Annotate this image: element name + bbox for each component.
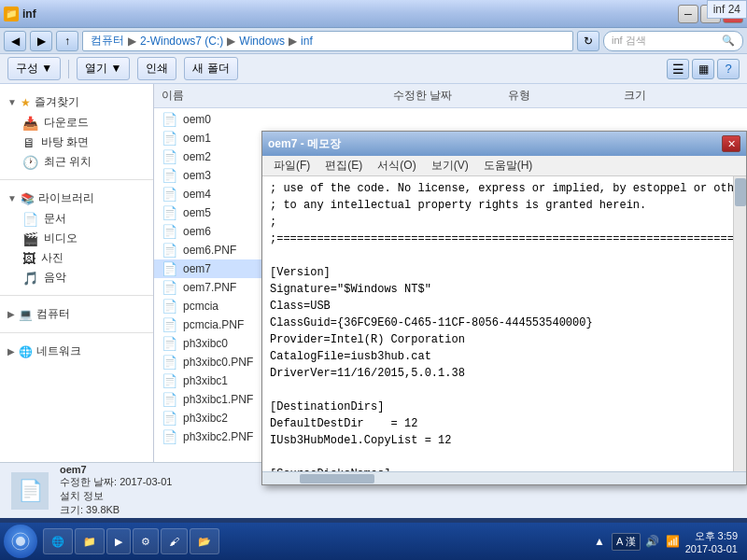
- help-button[interactable]: ?: [717, 59, 740, 79]
- nav-divider-1: [0, 179, 153, 180]
- settings-icon: ⚙: [141, 536, 150, 548]
- header-size[interactable]: 크기: [624, 88, 740, 104]
- start-button[interactable]: [4, 525, 37, 558]
- file-icon: 📄: [162, 336, 177, 351]
- notepad-menu: 파일(F) 편집(E) 서식(O) 보기(V) 도움말(H): [262, 156, 746, 176]
- minimize-button[interactable]: ─: [678, 5, 698, 23]
- documents-label: 문서: [44, 211, 66, 227]
- file-icon: 📄: [162, 392, 177, 407]
- header-type[interactable]: 유형: [508, 88, 624, 104]
- notepad-title-bar: oem7 - 메모장 ✕: [262, 132, 746, 156]
- vscroll-thumb[interactable]: [735, 178, 746, 206]
- organize-button[interactable]: 구성 ▼: [7, 57, 61, 80]
- music-label: 음악: [44, 270, 66, 286]
- nav-divider-3: [0, 332, 153, 333]
- file-icon: 📄: [162, 373, 177, 388]
- file-name: oem0: [183, 113, 393, 126]
- tray-network-icon[interactable]: 📶: [665, 533, 682, 550]
- status-info: oem7 수정한 날짜: 2017-03-01 설치 정보 크기: 39.8KB: [60, 464, 172, 517]
- taskbar-item-explorer[interactable]: 📁: [75, 528, 105, 554]
- toolbar: 구성 ▼ 열기 ▼ 인쇄 새 폴더 ☰ ▦ ?: [0, 54, 747, 84]
- hscroll-thumb[interactable]: [300, 474, 374, 483]
- taskbar-item-player[interactable]: ▶: [106, 528, 131, 554]
- tray-date-text: 2017-03-01: [685, 543, 738, 554]
- menu-format[interactable]: 서식(O): [370, 156, 423, 175]
- taskbar: 🌐 📁 ▶ ⚙ 🖌 📂 ▲ A 漢 🔊 📶: [0, 523, 747, 560]
- sidebar-item-pictures[interactable]: 🖼 사진: [0, 248, 153, 268]
- network-section: ▶ 🌐 네트워크: [0, 337, 153, 366]
- menu-file[interactable]: 파일(F): [266, 156, 317, 175]
- taskbar-item-ie[interactable]: 🌐: [43, 528, 73, 554]
- file-list-item-0[interactable]: 📄 oem0: [154, 110, 747, 129]
- file-icon: 📄: [162, 261, 177, 276]
- search-box[interactable]: inf 검색 🔍: [603, 31, 743, 51]
- status-size: 크기: 39.8KB: [60, 503, 172, 517]
- sidebar-item-video[interactable]: 🎬 비디오: [0, 229, 153, 248]
- print-button[interactable]: 인쇄: [137, 57, 176, 80]
- paint-icon: 🖌: [169, 536, 179, 547]
- tray-volume-icon[interactable]: 🔊: [644, 533, 661, 550]
- notepad-vertical-scrollbar[interactable]: [733, 176, 746, 471]
- computer-header[interactable]: ▶ 💻 컴퓨터: [0, 303, 153, 325]
- breadcrumb-windows[interactable]: Windows: [239, 35, 285, 48]
- favorites-label: 즐겨찾기: [35, 94, 79, 110]
- computer-label: 컴퓨터: [36, 306, 70, 322]
- lang-text: A 漢: [616, 536, 636, 547]
- folder-icon-desktop: 🖥: [22, 135, 35, 150]
- downloads-label: 다운로드: [44, 115, 89, 131]
- forward-button[interactable]: ▶: [30, 31, 52, 51]
- tray-notification-icon[interactable]: ▲: [591, 533, 608, 550]
- notepad-horizontal-scrollbar[interactable]: [262, 471, 746, 484]
- sidebar-item-recent[interactable]: 🕐 최근 위치: [0, 152, 153, 172]
- back-button[interactable]: ◀: [4, 31, 26, 51]
- file-list-header: 이름 수정한 날짜 유형 크기: [154, 84, 747, 108]
- favorites-section: ▼ ★ 즐겨찾기 📥 다운로드 🖥 바탕 화면 🕐 최근 위치: [0, 88, 153, 175]
- breadcrumb-drive[interactable]: 2-Windows7 (C:): [140, 35, 223, 48]
- up-button[interactable]: ↑: [56, 31, 78, 51]
- nav-panel: ▼ ★ 즐겨찾기 📥 다운로드 🖥 바탕 화면 🕐 최근 위치: [0, 84, 154, 462]
- file-icon: 📄: [162, 205, 177, 220]
- menu-view[interactable]: 보기(V): [424, 156, 476, 175]
- favorites-arrow: ▼: [7, 97, 17, 107]
- svg-point-1: [16, 537, 25, 546]
- favorites-header[interactable]: ▼ ★ 즐겨찾기: [0, 91, 153, 113]
- header-name[interactable]: 이름: [162, 88, 393, 104]
- network-header[interactable]: ▶ 🌐 네트워크: [0, 341, 153, 362]
- notepad-title-text: oem7 - 메모장: [268, 136, 722, 152]
- taskbar-item-folder2[interactable]: 📂: [190, 528, 219, 554]
- sidebar-item-desktop[interactable]: 🖥 바탕 화면: [0, 133, 153, 152]
- inf-badge-text: inf 24: [713, 3, 740, 16]
- language-indicator[interactable]: A 漢: [612, 533, 641, 551]
- refresh-button[interactable]: ↻: [577, 31, 599, 51]
- taskbar-item-settings[interactable]: ⚙: [133, 528, 159, 554]
- menu-edit[interactable]: 편집(E): [317, 156, 370, 175]
- breadcrumb-computer[interactable]: 컴퓨터: [91, 33, 124, 49]
- file-icon: 📄: [162, 411, 177, 426]
- sidebar-item-documents[interactable]: 📄 문서: [0, 209, 153, 229]
- tray-clock[interactable]: 오후 3:59 2017-03-01: [685, 529, 738, 554]
- menu-help[interactable]: 도움말(H): [476, 156, 541, 175]
- tray-time-text: 오후 3:59: [685, 529, 738, 543]
- address-path[interactable]: 컴퓨터 ▶ 2-Windows7 (C:) ▶ Windows ▶ inf: [82, 31, 573, 51]
- file-icon: 📄: [162, 187, 177, 202]
- sidebar-item-downloads[interactable]: 📥 다운로드: [0, 113, 153, 133]
- folder-icon-downloads: 📥: [22, 116, 38, 131]
- notepad-close-button[interactable]: ✕: [722, 135, 740, 152]
- libraries-arrow: ▼: [7, 193, 17, 203]
- pictures-label: 사진: [41, 250, 63, 266]
- new-folder-button[interactable]: 새 폴더: [184, 57, 237, 80]
- open-button[interactable]: 열기 ▼: [77, 57, 130, 80]
- breadcrumb-sep1: ▶: [128, 35, 136, 48]
- address-bar: ◀ ▶ ↑ 컴퓨터 ▶ 2-Windows7 (C:) ▶ Windows ▶ …: [0, 28, 747, 54]
- file-icon: 📄: [162, 149, 177, 164]
- view-large-button[interactable]: ▦: [692, 59, 714, 79]
- sidebar-item-music[interactable]: 🎵 음악: [0, 268, 153, 287]
- libraries-header[interactable]: ▼ 📚 라이브러리: [0, 188, 153, 209]
- notepad-content[interactable]: ; use of the code. No license, express o…: [262, 176, 746, 471]
- file-icon: 📄: [162, 224, 177, 239]
- breadcrumb-inf[interactable]: inf: [301, 35, 313, 48]
- taskbar-item-paint[interactable]: 🖌: [161, 528, 188, 554]
- view-details-button[interactable]: ☰: [667, 59, 689, 79]
- status-file-icon: 📄: [11, 472, 49, 510]
- header-date[interactable]: 수정한 날짜: [393, 88, 509, 104]
